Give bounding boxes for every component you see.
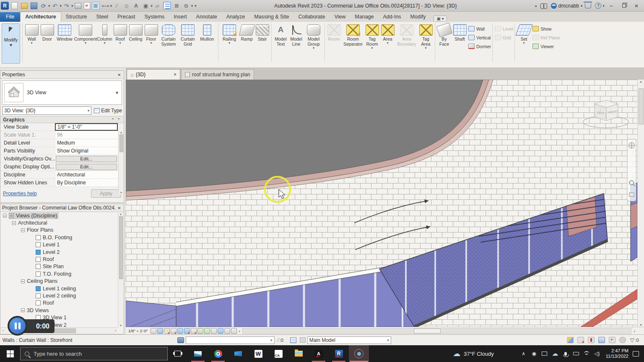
nav-options-icon[interactable]	[629, 193, 634, 197]
view-type-combo[interactable]: 3D View: {3D} ▾	[2, 106, 91, 115]
taskbar-search[interactable]: Type here to search	[20, 347, 168, 360]
view-scale-value[interactable]: 1/8" = 1'-0"	[55, 123, 118, 131]
active-workset-combo[interactable]: ▾	[186, 336, 275, 344]
shaft-button[interactable]: Shaft	[452, 23, 467, 41]
property-row[interactable]: Visibility/Graphics Ov...Edit...	[0, 155, 118, 163]
tab-steel[interactable]: Steel	[92, 12, 113, 22]
area-boundary-button[interactable]: Area Boundary	[395, 23, 418, 47]
ceiling-button[interactable]: Ceiling	[128, 23, 143, 41]
sun-path-icon[interactable]	[164, 328, 170, 334]
taskbar-clock[interactable]: 2:47 PM 11/13/2022	[606, 348, 628, 359]
redo-icon[interactable]: ↷	[62, 2, 70, 10]
vertical-opening-button[interactable]: Vertical	[467, 33, 491, 42]
properties-header[interactable]: Properties ×	[0, 71, 124, 79]
select-underlay-elements-icon[interactable]	[577, 337, 584, 343]
notification-center-icon[interactable]	[633, 351, 639, 357]
user-dropdown[interactable]: ▾	[581, 4, 583, 8]
component-button[interactable]: Component▾	[74, 23, 97, 44]
tree-item-level-1-ceiling[interactable]: Level 1 ceiling	[0, 285, 124, 292]
editing-requests-icon[interactable]: ∕	[278, 337, 279, 343]
show-crop-region-icon[interactable]	[191, 328, 197, 334]
print-icon[interactable]	[75, 3, 81, 9]
tree-item-site-plan[interactable]: Site Plan	[0, 263, 124, 270]
tab-annotate[interactable]: Annotate	[192, 12, 222, 22]
dimension-dropdown[interactable]: ▾	[110, 4, 112, 8]
scroll-right-icon[interactable]: ›	[632, 328, 636, 334]
tab-view[interactable]: View	[330, 12, 350, 22]
usb-device-icon[interactable]	[573, 352, 579, 355]
wifi-icon[interactable]	[584, 351, 589, 356]
apply-button[interactable]: Apply	[91, 189, 121, 198]
property-row[interactable]: Graphic Display Opti...Edit...	[0, 163, 118, 171]
scrollbar-thumb[interactable]	[119, 216, 123, 279]
tray-cast-icon[interactable]	[542, 352, 548, 356]
graphic-display-edit-button[interactable]: Edit...	[56, 164, 117, 170]
collapse-icon[interactable]	[21, 308, 25, 312]
tab-architecture[interactable]: Architecture	[20, 12, 61, 22]
area-button[interactable]: Area▾	[380, 23, 395, 44]
visual-style-icon[interactable]	[157, 328, 163, 334]
tab-insert[interactable]: Insert	[169, 12, 191, 22]
scrollbar-thumb[interactable]	[414, 328, 441, 334]
tab-modify[interactable]: Modify	[406, 12, 431, 22]
properties-close-icon[interactable]: ×	[116, 72, 122, 78]
collapse-toolbar-icon[interactable]: ‹	[237, 328, 242, 334]
navigation-bar[interactable]	[627, 139, 636, 201]
close-inactive-windows-icon[interactable]: ⊠	[173, 2, 181, 10]
set-work-plane-button[interactable]: Set▾	[516, 23, 532, 44]
stair-button[interactable]: Stair	[254, 23, 270, 41]
volume-icon[interactable]: ◁)	[594, 351, 600, 357]
drag-elements-on-selection-icon[interactable]	[609, 337, 615, 343]
undo-icon[interactable]: ↶	[51, 2, 59, 10]
wall-opening-button[interactable]: Wall	[467, 24, 491, 33]
tree-item-to-footing[interactable]: T.O. Footing	[0, 270, 124, 277]
show-constraints-icon[interactable]	[224, 328, 230, 334]
save-icon[interactable]	[31, 3, 37, 9]
property-row[interactable]: Parts VisibilityShow Original	[0, 147, 118, 155]
property-row[interactable]: Detail LevelMedium	[0, 139, 118, 147]
crop-view-icon[interactable]	[184, 328, 190, 334]
grid-button[interactable]: Grid	[494, 33, 513, 42]
tree-item-ceiling-roof[interactable]: Roof	[0, 300, 124, 307]
undo-dropdown[interactable]: ▾	[60, 4, 62, 8]
ref-plane-button[interactable]: Ref Plane	[532, 33, 560, 42]
chrome-app-button[interactable]	[208, 345, 228, 362]
floor-button[interactable]: Floor▾	[143, 23, 159, 44]
select-links-icon[interactable]	[567, 337, 574, 343]
model-group-button[interactable]: Model Group▾	[304, 23, 323, 49]
show-scale-icon[interactable]	[151, 328, 156, 334]
type-selector[interactable]: 3D View ▼	[2, 80, 122, 105]
background-processes-icon[interactable]	[619, 337, 626, 343]
text-note-icon[interactable]: A	[132, 2, 140, 10]
curtain-grid-button[interactable]: Curtain Grid	[178, 23, 197, 47]
temporary-view-properties-icon[interactable]	[211, 328, 217, 334]
design-options-icon[interactable]	[290, 337, 296, 343]
model-canvas[interactable]: LEFT FRONT ▴▾	[126, 80, 644, 327]
rendering-dialog-icon[interactable]	[177, 328, 183, 334]
signed-in-user[interactable]: dmcnabb	[551, 3, 579, 9]
project-browser-close-icon[interactable]: ×	[116, 205, 122, 211]
tree-item-architectural[interactable]: Architectural	[0, 219, 124, 226]
dormer-button[interactable]: Dormer	[467, 42, 491, 51]
task-view-button[interactable]	[168, 345, 188, 362]
thin-lines-icon[interactable]	[164, 2, 171, 9]
by-face-button[interactable]: By Face	[436, 23, 452, 47]
curtain-system-button[interactable]: Curtain System	[159, 23, 178, 47]
section-icon[interactable]: ▱	[153, 2, 161, 10]
collapse-icon[interactable]	[21, 279, 25, 283]
drafting-app-button[interactable]: W	[248, 345, 268, 362]
reveal-hidden-elements-icon[interactable]	[204, 328, 210, 334]
canvas-vscrollbar[interactable]: ▴▾	[637, 80, 644, 327]
view-scale-control[interactable]: 1/8" = 1'-0"	[128, 328, 148, 333]
microphone-icon[interactable]	[563, 352, 569, 356]
tab-systems[interactable]: Systems	[140, 12, 169, 22]
view-tab-3d[interactable]: ⌂ {3D} ×	[127, 69, 180, 80]
switch-windows-icon[interactable]: ⧉	[182, 2, 190, 10]
minimize-button[interactable]: –	[605, 1, 617, 10]
modify-tool-icon[interactable]: ⊞	[92, 2, 100, 10]
model-line-button[interactable]: Model Line	[288, 23, 304, 47]
temporary-hide-isolate-icon[interactable]	[197, 328, 203, 334]
help-dropdown[interactable]: ▾	[602, 4, 605, 8]
tree-item-ceiling-plans[interactable]: Ceiling Plans	[0, 278, 124, 285]
window-button[interactable]: Window	[55, 23, 74, 41]
